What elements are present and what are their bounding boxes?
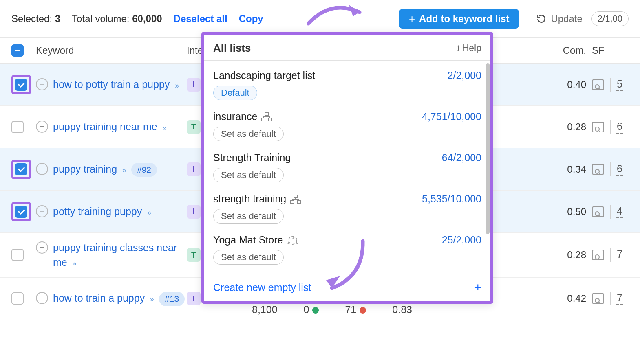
popup-help-link[interactable]: i Help	[457, 43, 481, 54]
selected-summary: Selected: 3	[11, 13, 60, 24]
chevron-right-icon: »	[175, 81, 178, 90]
serp-features-icon	[592, 293, 604, 304]
expand-keyword-icon[interactable]: +	[36, 292, 48, 304]
intent-badge: I	[187, 292, 201, 305]
intent-badge: I	[187, 78, 201, 92]
select-all-checkbox[interactable]	[11, 44, 24, 57]
list-name: Strength Training	[213, 152, 291, 164]
com-value: 0.50	[554, 206, 592, 217]
row-checkbox[interactable]	[15, 163, 27, 175]
list-name: Landscaping target list	[213, 70, 315, 81]
chevron-right-icon: »	[147, 208, 150, 217]
list-count: 4,751/10,000	[422, 111, 481, 123]
update-button[interactable]: Update	[530, 13, 582, 24]
set-default-button[interactable]: Set as default	[213, 168, 284, 182]
intent-badge: I	[187, 162, 201, 176]
list-name: strength training	[213, 193, 301, 205]
intent-badge: T	[187, 248, 201, 262]
list-count: 2/2,000	[448, 70, 481, 81]
deselect-all-button[interactable]: Deselect all	[174, 13, 227, 24]
serp-features-icon	[592, 206, 604, 217]
serp-features-icon	[592, 79, 604, 90]
com-value: 0.40	[554, 79, 592, 90]
popup-title: All lists	[213, 42, 251, 55]
keyword-link[interactable]: potty training puppy »	[53, 204, 150, 219]
header-keyword[interactable]: Keyword	[36, 45, 187, 56]
keyword-list-popup: All lists i Help Landscaping target list…	[201, 32, 493, 304]
sf-count[interactable]: 4	[616, 205, 623, 218]
sitemap-icon	[290, 195, 301, 204]
default-chip: Default	[213, 86, 257, 100]
set-default-button[interactable]: Set as default	[213, 127, 284, 141]
sitemap-icon	[261, 112, 272, 121]
create-new-list-link[interactable]: Create new empty list	[213, 282, 311, 294]
keyword-list-item[interactable]: Yoga Mat Store 25/2,000Set as default	[204, 230, 490, 271]
com-value: 0.34	[554, 164, 592, 175]
com-value: 0.28	[554, 249, 592, 261]
row-checkbox[interactable]	[11, 249, 24, 261]
chevron-right-icon: »	[163, 124, 166, 132]
info-icon: i	[457, 43, 459, 53]
row-checkbox[interactable]	[11, 292, 24, 305]
svg-rect-19	[262, 118, 265, 121]
recycle-icon	[287, 235, 298, 246]
com-value: 0.28	[554, 121, 592, 133]
scrollbar-thumb[interactable]	[486, 63, 490, 234]
header-com[interactable]: Com.	[554, 45, 592, 56]
rank-badge: #13	[159, 292, 185, 306]
expand-keyword-icon[interactable]: +	[36, 121, 48, 133]
plus-icon: +	[409, 13, 415, 24]
refresh-icon	[536, 13, 547, 24]
add-to-keyword-list-button[interactable]: + Add to keyword list	[399, 9, 519, 29]
keyword-list-item[interactable]: insurance 4,751/10,000Set as default	[204, 107, 490, 148]
keyword-link[interactable]: how to potty train a puppy »	[53, 77, 178, 92]
chevron-right-icon: »	[122, 166, 125, 174]
sf-count[interactable]: 7	[616, 292, 623, 305]
header-sf[interactable]: SF	[592, 45, 629, 56]
keyword-link[interactable]: puppy training » #92	[53, 162, 157, 177]
svg-rect-18	[265, 113, 268, 116]
rank-badge: #92	[131, 163, 157, 177]
serp-features-icon	[592, 164, 604, 175]
keyword-link[interactable]: how to train a puppy » #13	[53, 291, 185, 306]
intent-badge: T	[187, 120, 201, 134]
highlight-box	[11, 160, 31, 179]
row-checkbox[interactable]	[15, 206, 27, 218]
highlight-box	[11, 202, 31, 221]
expand-keyword-icon[interactable]: +	[36, 78, 48, 90]
svg-rect-22	[291, 200, 294, 203]
sf-count[interactable]: 6	[616, 163, 623, 176]
row-checkbox[interactable]	[15, 79, 27, 91]
svg-rect-20	[268, 118, 271, 121]
keyword-link[interactable]: puppy training near me »	[53, 119, 166, 134]
expand-keyword-icon[interactable]: +	[36, 205, 48, 217]
chevron-right-icon: »	[73, 259, 75, 268]
keyword-list-item[interactable]: Strength Training 64/2,000Set as default	[204, 148, 490, 189]
keyword-list-item[interactable]: Landscaping target list 2/2,000Default	[204, 66, 490, 107]
sf-count[interactable]: 7	[616, 248, 623, 261]
update-counter: 2/1,00	[591, 11, 629, 26]
expand-keyword-icon[interactable]: +	[36, 241, 48, 254]
highlight-box	[11, 75, 31, 94]
list-count: 5,535/10,000	[422, 193, 481, 205]
set-default-button[interactable]: Set as default	[213, 209, 284, 224]
row-checkbox[interactable]	[11, 121, 24, 133]
popup-list: Landscaping target list 2/2,000Defaultin…	[204, 61, 490, 274]
intent-badge: I	[187, 205, 201, 219]
copy-button[interactable]: Copy	[239, 13, 263, 24]
expand-keyword-icon[interactable]: +	[36, 163, 48, 175]
list-name: insurance	[213, 111, 272, 123]
com-value: 0.42	[554, 293, 592, 304]
svg-rect-23	[297, 200, 300, 203]
set-default-button[interactable]: Set as default	[213, 250, 284, 265]
chevron-right-icon: »	[150, 295, 153, 303]
sf-count[interactable]: 6	[616, 121, 623, 134]
keyword-list-item[interactable]: strength training 5,535/10,000Set as def…	[204, 189, 490, 230]
svg-rect-21	[294, 195, 297, 198]
serp-features-icon	[592, 250, 604, 260]
keyword-link[interactable]: puppy training classes near me »	[53, 240, 187, 270]
create-new-list-plus-icon[interactable]: +	[474, 281, 481, 294]
sf-count[interactable]: 5	[616, 78, 623, 91]
list-count: 64/2,000	[442, 152, 481, 164]
list-name: Yoga Mat Store	[213, 234, 298, 246]
